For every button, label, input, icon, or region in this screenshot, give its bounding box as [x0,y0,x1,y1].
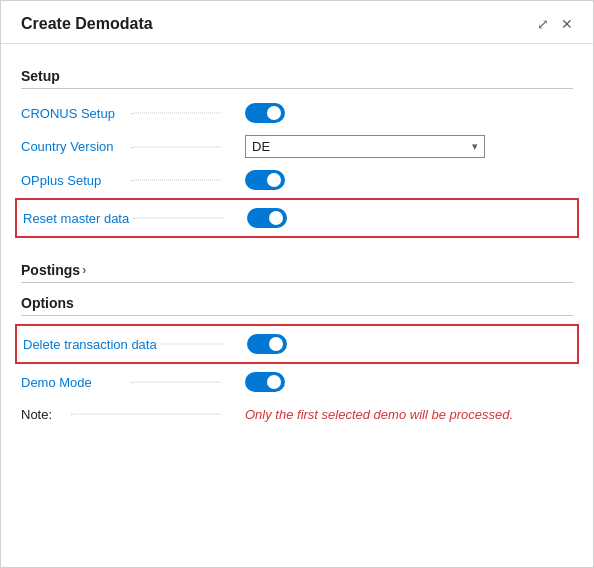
dropdown-arrow-icon: ▾ [472,140,478,153]
delete-transaction-toggle[interactable] [247,334,287,354]
opplus-setup-toggle[interactable] [245,170,285,190]
opplus-setup-value [245,170,285,190]
opplus-setup-row: OPplus Setup [21,164,573,196]
demo-mode-toggle[interactable] [245,372,285,392]
note-value: Only the first selected demo will be pro… [245,407,513,422]
cronus-setup-value [245,103,285,123]
postings-divider [21,282,573,283]
delete-transaction-row: Delete transaction data [23,328,571,360]
close-icon[interactable]: ✕ [561,17,573,31]
postings-row[interactable]: Postings › [21,254,573,282]
expand-icon[interactable]: ⤢ [537,17,549,31]
country-version-label: Country Version [21,139,221,154]
delete-transaction-label: Delete transaction data [23,337,223,352]
country-version-row: Country Version DE ▾ [21,129,573,164]
setup-divider [21,88,573,89]
postings-chevron-icon: › [82,263,86,277]
dialog-header: Create Demodata ⤢ ✕ [1,1,593,44]
reset-master-data-row: Reset master data [23,202,571,234]
postings-section: Postings › [21,254,573,283]
note-row: Note: Only the first selected demo will … [21,398,573,430]
reset-master-data-label: Reset master data [23,211,223,226]
cronus-setup-toggle[interactable] [245,103,285,123]
dialog-body: Setup CRONUS Setup Country Version [1,44,593,567]
options-section: Options Delete transaction data Dem [21,295,573,430]
options-divider [21,315,573,316]
setup-section: Setup CRONUS Setup Country Version [21,68,573,238]
country-version-select-value: DE [252,139,270,154]
demo-mode-label: Demo Mode [21,375,221,390]
reset-master-data-toggle[interactable] [247,208,287,228]
country-version-value: DE ▾ [245,135,485,158]
delete-transaction-value [247,334,287,354]
country-version-select[interactable]: DE ▾ [245,135,485,158]
dialog-title: Create Demodata [21,15,153,33]
cronus-setup-label: CRONUS Setup [21,106,221,121]
reset-master-data-value [247,208,287,228]
create-demodata-dialog: Create Demodata ⤢ ✕ Setup CRONUS Setup [0,0,594,568]
reset-master-data-highlighted: Reset master data [15,198,579,238]
setup-section-title: Setup [21,68,573,84]
opplus-setup-label: OPplus Setup [21,173,221,188]
header-icons: ⤢ ✕ [537,17,573,31]
cronus-setup-row: CRONUS Setup [21,97,573,129]
demo-mode-value [245,372,285,392]
postings-title: Postings › [21,262,86,278]
options-section-title: Options [21,295,573,311]
note-label: Note: [21,407,221,422]
delete-transaction-highlighted: Delete transaction data [15,324,579,364]
demo-mode-row: Demo Mode [21,366,573,398]
